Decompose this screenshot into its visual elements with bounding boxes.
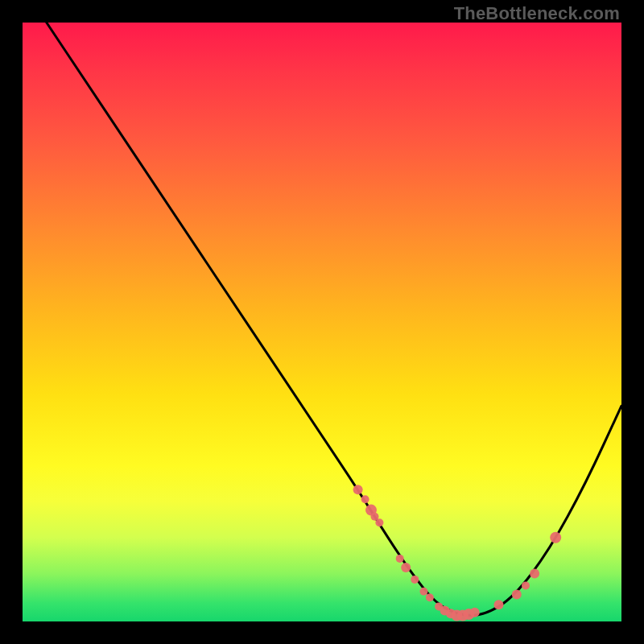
highlight-points [353,485,562,621]
highlight-point [470,608,480,617]
bottleneck-curve [47,23,621,616]
highlight-point [401,563,411,572]
highlight-point [512,590,522,600]
attribution-text: TheBottleneck.com [454,3,620,24]
highlight-point [530,569,539,579]
highlight-point [522,581,530,589]
highlight-point [550,532,561,543]
highlight-point [375,518,383,526]
highlight-point [426,593,434,601]
highlight-point [361,495,369,503]
highlight-point [411,576,419,584]
curve-overlay [23,23,621,621]
highlight-point [396,555,404,563]
highlight-point [420,588,428,596]
chart-stage: TheBottleneck.com [0,0,644,644]
highlight-point [353,485,363,494]
highlight-point [494,600,504,609]
gradient-plot-area [23,23,621,621]
